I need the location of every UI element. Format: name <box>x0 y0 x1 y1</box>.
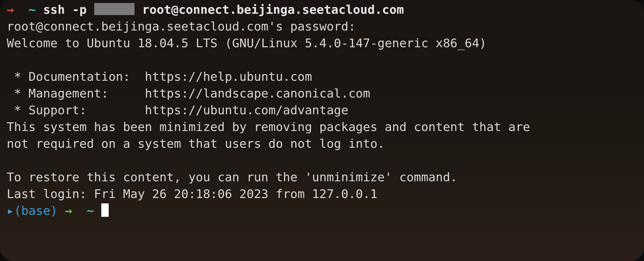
password-prompt: root@connect.beijinga.seetacloud.com's p… <box>7 18 637 35</box>
blank-line-2 <box>7 152 637 169</box>
prompt-arrow-icon: → <box>7 3 14 16</box>
ssh-command-prefix: ssh -p <box>43 3 94 16</box>
prompt-tilde: ~ <box>29 3 36 16</box>
minimized-msg-2: not required on a system that users do n… <box>7 135 637 152</box>
prompt-marker-icon: ▸ <box>7 204 14 217</box>
redacted-port <box>94 3 135 15</box>
minimized-msg-1: This system has been minimized by removi… <box>7 119 637 135</box>
welcome-line: Welcome to Ubuntu 18.04.5 LTS (GNU/Linux… <box>7 35 637 52</box>
ssh-command-suffix: root@connect.beijinga.seetacloud.com <box>135 3 404 16</box>
conda-env: (base) <box>14 204 58 217</box>
last-login: Last login: Fri May 26 20:18:06 2023 fro… <box>7 186 637 202</box>
documentation-link: * Documentation: https://help.ubuntu.com <box>7 68 637 85</box>
background-mountain <box>290 227 644 261</box>
support-link: * Support: https://ubuntu.com/advantage <box>7 102 637 119</box>
prompt-arrow-icon: → <box>65 204 72 217</box>
management-link: * Management: https://landscape.canonica… <box>7 85 637 102</box>
ssh-command-line: → ~ ssh -p root@connect.beijinga.seetacl… <box>7 1 637 18</box>
restore-msg: To restore this content, you can run the… <box>7 169 637 186</box>
terminal-window[interactable]: → ~ ssh -p root@connect.beijinga.seetacl… <box>0 0 644 261</box>
shell-prompt[interactable]: ▸(base) → ~ <box>7 202 637 219</box>
blank-line <box>7 52 637 68</box>
cursor-icon <box>101 203 109 217</box>
prompt-tilde: ~ <box>87 204 94 217</box>
